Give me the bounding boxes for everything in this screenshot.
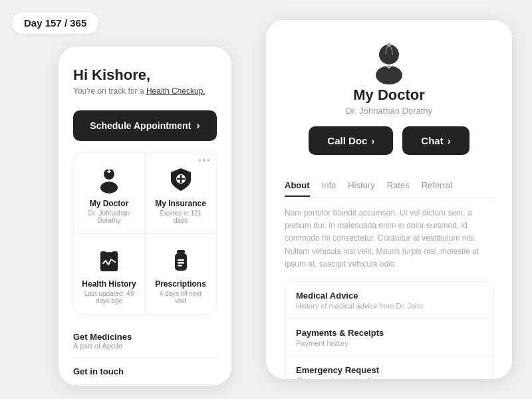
doctor-avatar — [366, 40, 412, 86]
doctor-icon — [95, 166, 123, 194]
medical-advice-title: Medical Advice — [296, 291, 482, 301]
svg-point-17 — [376, 66, 402, 84]
payments-sub: Payment history — [296, 339, 482, 347]
track-text: You're on track for a Health Checkup. — [73, 86, 217, 96]
grid-doctor-sub: Dr. Johnathan Dorathy — [82, 209, 136, 224]
info-card-payments[interactable]: Payments & Receipts Payment history — [285, 319, 493, 356]
svg-point-16 — [379, 45, 399, 65]
doctor-header: My Doctor Dr. Johnathan Dorathy Call Doc… — [285, 40, 493, 168]
grid-item-health[interactable]: Health History Last updated: 49 days ago — [74, 234, 145, 314]
grid-health-sub: Last updated: 49 days ago — [82, 290, 136, 305]
info-cards: Medical Advice History of medical advice… — [285, 281, 493, 379]
action-buttons: Call Doc › Chat › — [309, 126, 469, 155]
tabs-bar: About Info History Rates Referral — [285, 180, 493, 198]
grid-prescriptions-title: Prescriptions — [155, 279, 206, 289]
svg-rect-11 — [177, 250, 185, 253]
svg-point-1 — [100, 182, 118, 194]
grid-item-insurance[interactable]: My Insurance Expires in 121 days — [145, 154, 216, 234]
call-doc-button[interactable]: Call Doc › — [309, 126, 393, 155]
grid-menu-dots[interactable] — [199, 159, 209, 162]
grid-doctor-title: My Doctor — [90, 199, 129, 208]
greeting-text: Hi Kishore, — [73, 66, 217, 84]
svg-point-2 — [108, 168, 110, 170]
info-card-medical-advice[interactable]: Medical Advice History of medical advice… — [285, 282, 493, 319]
day-badge: Day 157 / 365 — [12, 12, 98, 34]
svg-point-18 — [387, 43, 391, 47]
svg-rect-13 — [178, 259, 184, 261]
medicines-title: Get Medicines — [73, 332, 217, 342]
list-item-get-in-touch[interactable]: Get in touch — [73, 358, 217, 385]
grid-insurance-sub: Expires in 121 days — [153, 209, 208, 224]
doctor-subtitle: Dr. Johnathan Dorathy — [346, 106, 432, 116]
bottom-list: Get Medicines A part of Apollo Get in to… — [73, 324, 217, 385]
about-text: Nam porttitor blandit accumsan. Ut vel d… — [285, 207, 493, 271]
get-in-touch-title: Get in touch — [73, 366, 217, 376]
list-item-medicines[interactable]: Get Medicines A part of Apollo — [73, 324, 217, 358]
tab-about[interactable]: About — [285, 180, 310, 197]
emergency-sub: Alert your doctor on a Emergency — [296, 376, 482, 379]
tab-info[interactable]: Info — [322, 180, 336, 197]
grid-insurance-title: My Insurance — [155, 199, 206, 208]
svg-rect-10 — [105, 249, 113, 252]
right-doctor-panel: My Doctor Dr. Johnathan Dorathy Call Doc… — [266, 20, 512, 379]
quick-access-grid: My Doctor Dr. Johnathan Dorathy My Insur… — [73, 153, 217, 315]
svg-rect-14 — [178, 262, 184, 264]
grid-health-title: Health History — [82, 279, 136, 289]
doctor-name: My Doctor — [353, 86, 425, 104]
tab-rates[interactable]: Rates — [387, 180, 410, 197]
schedule-appointment-button[interactable]: Schedule Appointment › — [73, 110, 217, 141]
left-phone-panel: Hi Kishore, You're on track for a Health… — [59, 47, 231, 386]
info-card-emergency[interactable]: Emergency Request Alert your doctor on a… — [285, 356, 493, 379]
shield-icon — [167, 166, 195, 194]
grid-prescriptions-sub: 4 days till next visit — [153, 290, 208, 305]
grid-item-doctor[interactable]: My Doctor Dr. Johnathan Dorathy — [74, 154, 145, 234]
tab-history[interactable]: History — [348, 180, 374, 197]
tab-referral[interactable]: Referral — [422, 180, 452, 197]
medical-advice-sub: History of medical advice from Dr. John — [296, 302, 482, 310]
bottle-icon — [167, 246, 195, 274]
grid-item-prescriptions[interactable]: Prescriptions 4 days till next visit — [145, 234, 216, 314]
medicines-sub: A part of Apollo — [73, 342, 217, 350]
payments-title: Payments & Receipts — [296, 328, 482, 338]
chat-button[interactable]: Chat › — [402, 126, 469, 155]
svg-rect-15 — [178, 265, 182, 267]
emergency-title: Emergency Request — [296, 365, 482, 375]
clipboard-icon — [95, 246, 123, 274]
